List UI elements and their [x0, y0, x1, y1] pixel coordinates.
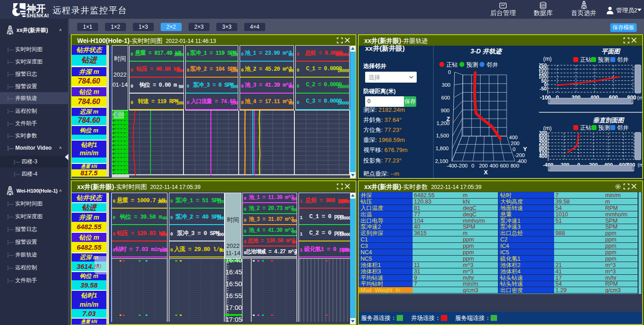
svg-text:预测: 预测: [597, 57, 609, 63]
svg-text:神开: 神开: [26, 3, 46, 14]
svg-text:邻井: 邻井: [617, 57, 629, 63]
svg-text:Z: Z: [446, 115, 450, 122]
svg-text:-200: -200: [457, 163, 467, 168]
svg-text:-400: -400: [446, 163, 457, 168]
svg-text:X: X: [484, 169, 488, 176]
svg-text:1,500: 1,500: [436, 133, 449, 138]
svg-text:200: 200: [511, 141, 519, 146]
svg-text:0: 0: [471, 163, 474, 168]
svg-text:200: 200: [479, 163, 487, 168]
svg-text:正钻: 正钻: [580, 57, 592, 63]
svg-text:16:50: 16:50: [225, 280, 242, 288]
svg-text:17:00: 17:00: [225, 304, 242, 311]
svg-text:900: 900: [441, 108, 450, 113]
svg-text:400: 400: [489, 163, 498, 168]
svg-text:(m): (m): [543, 56, 552, 62]
svg-text:16:40: 16:40: [225, 259, 242, 264]
svg-text:0: 0: [448, 69, 451, 75]
svg-text:3-D 井轨迹: 3-D 井轨迹: [471, 47, 503, 55]
svg-text:-50: -50: [539, 86, 547, 91]
svg-text:正钻: 正钻: [446, 62, 458, 68]
svg-text:300: 300: [442, 82, 450, 88]
svg-text:16:55: 16:55: [225, 292, 242, 299]
svg-text:0: 0: [513, 147, 515, 152]
svg-text:邻井: 邻井: [487, 62, 498, 68]
svg-text:平面图: 平面图: [602, 48, 621, 55]
svg-text:垂直剖面图: 垂直剖面图: [593, 117, 625, 124]
svg-text:17:05: 17:05: [225, 316, 242, 322]
svg-text:Y: Y: [523, 146, 527, 152]
svg-text:400: 400: [509, 135, 518, 140]
svg-text:400: 400: [539, 153, 547, 159]
svg-text:600: 600: [441, 95, 450, 100]
svg-text:1,800: 1,800: [435, 146, 449, 151]
svg-text:-200: -200: [514, 152, 525, 158]
svg-text:600: 600: [500, 163, 508, 168]
svg-text:正钻: 正钻: [580, 125, 592, 131]
svg-text:SHENKAI: SHENKAI: [26, 13, 49, 18]
svg-text:(m): (m): [638, 162, 642, 168]
svg-text:(m): (m): [637, 95, 642, 100]
svg-text:邻井: 邻井: [617, 125, 629, 131]
svg-text:预测: 预测: [598, 125, 610, 131]
svg-text:预测: 预测: [466, 62, 478, 68]
svg-text:-400: -400: [516, 158, 527, 164]
svg-text:16:45: 16:45: [225, 268, 242, 276]
